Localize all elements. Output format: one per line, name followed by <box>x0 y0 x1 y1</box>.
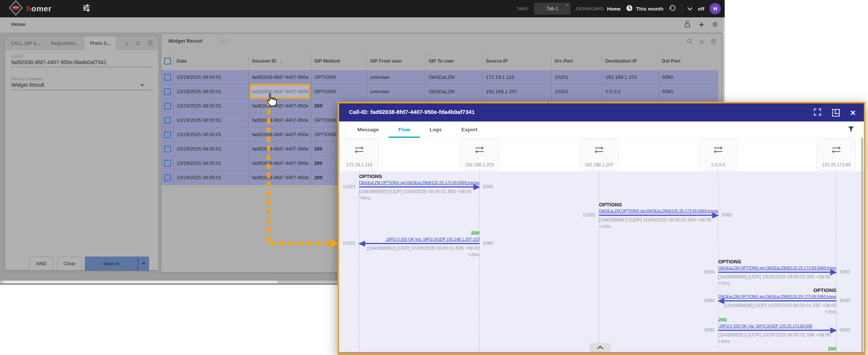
widget-add-icon[interactable]: + <box>219 37 226 45</box>
flow-actor[interactable]: 192.168.1.207 <box>579 139 619 171</box>
row-checkbox[interactable] <box>164 117 171 124</box>
cell-session-id[interactable]: fad92838-8fd7-4407-950e <box>249 99 311 113</box>
close-icon[interactable]: × <box>850 109 856 117</box>
col-sip-method[interactable]: SIP Method <box>311 52 367 70</box>
add-widget-icon[interactable]: + <box>699 21 704 29</box>
message-link[interactable]: ,SIP/2.0 200 OK Via: SIP/2.0/UDP 192.168… <box>359 237 479 243</box>
time-range-button[interactable]: This month <box>626 5 664 13</box>
cell-session-id[interactable]: fad92838-8fd7-4407-950e <box>249 113 311 127</box>
select-all-checkbox[interactable] <box>164 58 171 65</box>
brand-name[interactable]: homer <box>26 4 52 13</box>
actor-ip: 0.0.0.0 <box>699 162 737 168</box>
tab-logs[interactable]: Logs <box>420 121 452 138</box>
actor-ip: 172.19.1.115 <box>340 162 378 168</box>
cell-session-id[interactable]: fad92838-8fd7-4407-950e <box>249 142 311 156</box>
col-destination-ip[interactable]: Destination IP <box>602 52 659 70</box>
panel-settings-gear-icon[interactable]: ⚙ <box>136 40 141 47</box>
row-checkbox[interactable] <box>164 74 171 81</box>
tab-call-sip-search[interactable]: CALL SIP S... <box>5 37 46 50</box>
widget-delete-trash-icon[interactable] <box>711 38 716 46</box>
search-options-dropdown-icon[interactable] <box>138 257 149 270</box>
filter-funnel-icon[interactable] <box>847 125 855 134</box>
cell-session-id[interactable]: fad92838-8fd7-4407-950e <box>249 128 311 141</box>
unlock-icon[interactable] <box>684 20 691 29</box>
call-id-input[interactable]: fad92838-8fd7-4407-950e-fda4b0af7341 <box>11 59 106 65</box>
clear-button[interactable]: Clear <box>57 257 81 270</box>
widget-settings-gear-icon[interactable]: ⚙ <box>699 39 704 46</box>
cell-session-id[interactable]: fad92838-8fd7-4407-950e <box>249 171 311 184</box>
tab-proto-search[interactable]: Proto S... <box>84 37 116 50</box>
clock-icon <box>626 5 633 13</box>
row-checkbox[interactable] <box>164 103 171 109</box>
message-link[interactable]: ObGEaLZM,OPTIONS sip:ObGEaLZM@120.25.173… <box>718 266 836 271</box>
flow-message[interactable]: OPTIONS ObGEaLZM,OPTIONS sip:ObGEaLZM@12… <box>718 287 836 315</box>
col-session-id[interactable]: Session ID↓ <box>249 52 311 70</box>
table-row[interactable]: 10/29/2025 08:00:01 fad92838-8fd7-4407-9… <box>161 85 719 99</box>
collapse-flow-button[interactable] <box>590 343 611 352</box>
flow-message[interactable]: 200 .SIP/2.0 200 OK Via: SIP/2.0/UDP 120… <box>718 317 836 344</box>
tab-close-icon[interactable]: × <box>566 3 568 7</box>
message-link[interactable]: ObGEaLZM,OPTIONS sip:ObGEaLZM@120.25.173… <box>599 209 718 214</box>
tab-chip-tab1[interactable]: Tab-1 × <box>534 3 570 15</box>
flow-message[interactable]: OPTIONS ObGEaLZM,OPTIONS sip:ObGEaLZM@12… <box>718 259 836 286</box>
dst-port-label: 5060 <box>704 298 715 303</box>
row-checkbox[interactable] <box>164 88 171 95</box>
flow-actor[interactable]: 192.168.1.203 <box>460 139 499 171</box>
homer-logo-icon[interactable] <box>9 0 23 17</box>
flow-actor[interactable]: 0.0.0.0 <box>699 139 738 171</box>
col-sip-to-user[interactable]: SIP To user <box>426 52 483 70</box>
message-method: OPTIONS <box>359 174 479 180</box>
col-dst-port[interactable]: Dst Port <box>659 52 719 70</box>
col-date[interactable]: Date <box>174 52 249 70</box>
dashboard-value[interactable]: Home <box>607 6 621 12</box>
table-row[interactable]: 10/29/2025 08:00:01 fad92838-8fd7-4407-9… <box>161 70 719 85</box>
widget-search-icon[interactable] <box>687 38 693 46</box>
results-container-underline <box>11 90 152 90</box>
tab-registration[interactable]: Registratio... <box>46 37 85 50</box>
flow-right-scrollbar[interactable] <box>861 138 863 352</box>
flow-message[interactable]: OPTIONS ObGEaLZM,OPTIONS sip:ObGEaLZM@12… <box>599 202 718 229</box>
results-container-dropdown-icon[interactable] <box>140 84 144 86</box>
add-tab-icon[interactable]: + <box>125 40 129 47</box>
flow-actor[interactable]: 172.19.1.115 <box>340 139 379 171</box>
search-button[interactable]: Search <box>85 257 149 270</box>
refresh-icon[interactable] <box>669 4 676 13</box>
message-method: OPTIONS <box>599 202 718 209</box>
cell-session-id[interactable]: fad92838-8fd7-4407-950e <box>249 70 311 84</box>
row-checkbox[interactable] <box>164 174 171 181</box>
tab-export[interactable]: Export <box>452 121 487 138</box>
panel-delete-trash-icon[interactable] <box>147 40 153 48</box>
flow-actor[interactable]: 120.25.173.65 <box>817 139 856 171</box>
row-checkbox[interactable] <box>164 146 171 152</box>
col-src-port[interactable]: Src Port <box>552 52 602 70</box>
results-container-select[interactable]: Widget Result <box>11 82 44 88</box>
row-checkbox[interactable] <box>164 131 171 138</box>
flow-message[interactable]: 200 ,SIP/2.0 200 OK Via: SIP/2.0/UDP 192… <box>359 230 479 257</box>
message-link[interactable]: ObGEaLZM,OPTIONS sip:ObGEaLZM@120.25.173… <box>718 294 836 300</box>
chevron-down-icon[interactable] <box>687 5 693 12</box>
user-avatar[interactable]: H <box>710 3 721 14</box>
col-source-ip[interactable]: Source IP <box>483 52 552 70</box>
modal-title: Call-ID: fad92838-8fd7-4407-950e-fda4b0a… <box>349 109 475 115</box>
tab-message[interactable]: Message <box>347 121 389 138</box>
flow-bottom-scrollbar[interactable] <box>339 352 864 353</box>
cell-session-id[interactable]: fad92838-8fd7-4407-950e <box>249 156 311 170</box>
row-checkbox[interactable] <box>164 160 171 167</box>
cell-date: 10/29/2025 08:00:01 <box>174 156 249 170</box>
sort-desc-icon[interactable]: ↓ <box>280 58 283 64</box>
message-link[interactable]: ObGEaLZM,OPTIONS sip:ObGEaLZM@120.25.173… <box>359 180 479 186</box>
tab-flow[interactable]: Flow <box>389 121 420 138</box>
tune-sliders-icon[interactable] <box>82 3 91 14</box>
dashboard-settings-gear-icon[interactable]: ⚙ <box>712 21 718 29</box>
col-sip-from-user[interactable]: SIP From user <box>367 52 426 70</box>
horizontal-scrollbar-thumb[interactable] <box>3 281 277 283</box>
copy-screenshot-icon[interactable] <box>832 109 840 117</box>
message-method: 200 <box>359 230 479 237</box>
onoff-toggle[interactable]: off <box>698 6 704 12</box>
cell-date: 10/29/2025 08:00:01 <box>174 70 249 84</box>
cell-dst-port: 5060 <box>659 70 719 84</box>
and-button[interactable]: AND <box>29 257 53 270</box>
fullscreen-icon[interactable] <box>813 108 822 118</box>
message-link[interactable]: .SIP/2.0 200 OK Via: SIP/2.0/UDP 120.25.… <box>718 324 836 329</box>
flow-message[interactable]: OPTIONS ObGEaLZM,OPTIONS sip:ObGEaLZM@12… <box>359 174 479 201</box>
